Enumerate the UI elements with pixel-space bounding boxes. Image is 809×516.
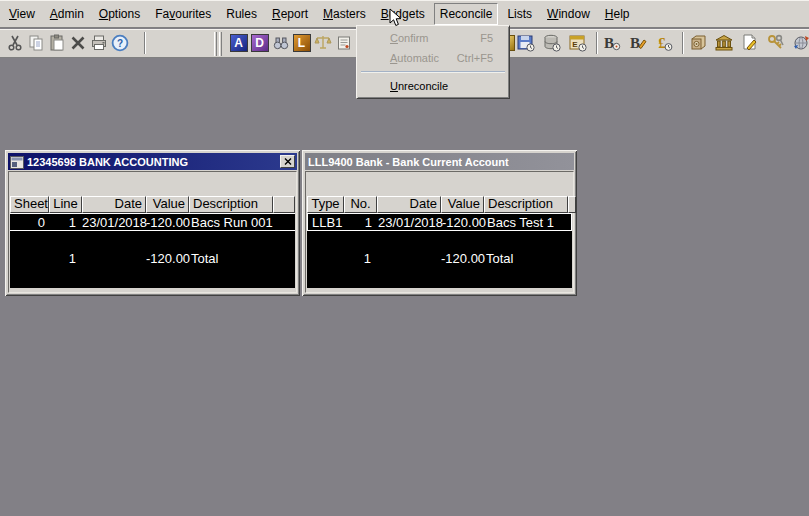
total-value: -120.00 [146,251,189,266]
spreadsheet-icon [10,155,24,168]
menu-separator [361,71,505,73]
application-window: View Admin Options Favourites Rules Repo… [0,0,809,516]
cell-value: -120.00 [442,215,485,230]
toolbar-grip[interactable] [214,32,224,56]
delete-icon[interactable] [67,32,88,54]
column-header-value[interactable]: Value [146,196,189,213]
cut-icon[interactable] [4,32,25,54]
cell-line: 1 [49,215,82,230]
menu-item-confirm-label: Confirm [390,32,480,44]
calendar-icon[interactable]: E [567,32,589,54]
column-header-date[interactable]: Date [82,196,146,213]
column-header-filler [568,196,576,213]
menu-masters[interactable]: Masters [317,3,372,25]
total-label: Total [189,251,273,266]
menu-favourites[interactable]: Favourites [149,3,217,25]
column-header-filler [273,196,295,213]
table-row[interactable]: LLB1 1 23/01/2018 -120.00 Bacs Test 1 [307,213,572,231]
toolbar-edit-group: ? [4,32,130,54]
scales-icon[interactable] [312,32,333,54]
window1-top-spacer [10,173,295,196]
mouse-cursor [389,8,402,32]
window1-transaction-list[interactable]: 0 1 23/01/2018 -120.00 Bacs Run 001 1 -1… [10,213,295,288]
total-label: Total [484,251,568,266]
menu-item-automatic-shortcut: Ctrl+F5 [457,52,493,64]
menu-reconcile[interactable]: Reconcile [434,3,499,25]
svg-text:E: E [572,40,578,49]
column-header-type[interactable]: Type [307,196,344,213]
cell-sheet: 0 [10,215,49,230]
svg-text:B: B [604,35,614,51]
paste-icon[interactable] [46,32,67,54]
ledger-d-icon[interactable]: D [249,32,270,54]
svg-text:?: ? [116,38,122,49]
menu-item-confirm-shortcut: F5 [480,32,493,44]
cell-description: Bacs Run 001 [189,215,273,230]
toolbar-ledger-group: A D L [228,32,354,54]
column-header-date[interactable]: Date [377,196,441,213]
window1-title: 12345698 BANK ACCOUNTING [27,156,280,168]
total-count: 1 [344,251,377,266]
notebook-icon[interactable] [333,32,354,54]
window1-column-headers: Sheet Line Date Value Description [10,196,295,213]
find-icon[interactable] [270,32,291,54]
menu-admin[interactable]: Admin [44,3,90,25]
column-header-line[interactable]: Line [49,196,82,213]
window-bank-accounting: 12345698 BANK ACCOUNTING Sheet Line Date… [5,150,300,296]
window2-top-spacer [307,173,572,196]
currency-pound-icon[interactable]: £ [653,32,675,54]
menu-item-unreconcile[interactable]: Unreconcile [359,76,507,96]
copy-icon[interactable] [25,32,46,54]
column-header-sheet[interactable]: Sheet [10,196,49,213]
menu-options[interactable]: Options [93,3,146,25]
keys-icon[interactable] [765,32,787,54]
edit-b-icon[interactable]: B [627,32,649,54]
toolbar-separator [141,32,149,54]
window1-close-button[interactable] [280,155,295,168]
menu-view[interactable]: View [3,3,41,25]
total-row: 1 -120.00 Total [307,249,572,267]
window2-title: LLL9400 Bank - Bank Current Account [308,156,572,168]
print-icon[interactable] [88,32,109,54]
ledger-a-icon[interactable]: A [228,32,249,54]
window1-titlebar[interactable]: 12345698 BANK ACCOUNTING [8,153,297,170]
menu-bar: View Admin Options Favourites Rules Repo… [0,0,809,28]
column-header-description[interactable]: Description [189,196,273,213]
column-header-description[interactable]: Description [484,196,568,213]
cell-date: 23/01/2018 [378,215,442,230]
total-value: -120.00 [441,251,484,266]
menu-item-confirm[interactable]: Confirm F5 [359,28,507,48]
safe-icon[interactable] [687,32,709,54]
menu-rules[interactable]: Rules [220,3,263,25]
database-icon[interactable] [541,32,563,54]
menu-report[interactable]: Report [266,3,314,25]
menu-item-automatic[interactable]: Automatic Ctrl+F5 [359,48,507,68]
cell-date: 23/01/2018 [82,215,146,230]
help-icon[interactable]: ? [109,32,130,54]
window2-transaction-list[interactable]: LLB1 1 23/01/2018 -120.00 Bacs Test 1 1 … [307,213,572,288]
svg-text:B: B [630,35,640,51]
total-count: 1 [49,251,82,266]
report-b-icon[interactable]: B [601,32,623,54]
cell-no: 1 [345,215,378,230]
window2-titlebar[interactable]: LLL9400 Bank - Bank Current Account [305,153,574,170]
menu-budgets[interactable]: Budgets [375,3,431,25]
table-row[interactable]: 0 1 23/01/2018 -120.00 Bacs Run 001 [10,213,295,231]
reconcile-dropdown-menu: Confirm F5 Automatic Ctrl+F5 Unreconcile [356,25,510,99]
menu-help[interactable]: Help [599,3,636,25]
menu-lists[interactable]: Lists [501,3,538,25]
document-icon[interactable] [739,32,761,54]
window2-column-headers: Type No. Date Value Description [307,196,572,213]
menu-window[interactable]: Window [541,3,596,25]
globe-icon[interactable] [791,32,809,54]
cell-type: LLB1 [308,215,345,230]
column-header-value[interactable]: Value [441,196,484,213]
menu-item-automatic-label: Automatic [390,52,457,64]
ledger-l-icon[interactable]: L [291,32,312,54]
window1-client-area: Sheet Line Date Value Description 0 1 23… [8,171,297,293]
bank-icon[interactable] [713,32,735,54]
column-header-no[interactable]: No. [344,196,377,213]
window-bank-current-account: LLL9400 Bank - Bank Current Account Type… [302,150,577,296]
disk-icon[interactable] [515,32,537,54]
menu-item-unreconcile-label: Unreconcile [390,80,493,92]
